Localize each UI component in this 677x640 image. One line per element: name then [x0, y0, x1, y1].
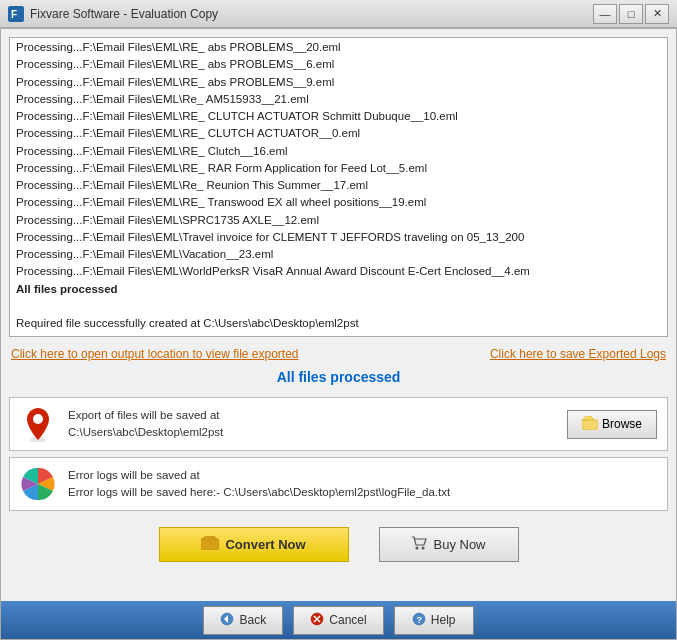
buy-now-label: Buy Now	[433, 537, 485, 552]
svg-point-8	[422, 547, 425, 550]
log-line: Processing...F:\Email Files\EML\Travel i…	[16, 229, 661, 246]
main-window: Processing...F:\Email Files\EML\RE_ abs …	[0, 28, 677, 640]
log-line: Processing...F:\Email Files\EML\RE_ abs …	[16, 39, 661, 56]
status-banner: All files processed	[1, 365, 676, 393]
convert-icon	[201, 536, 219, 553]
log-line: Processing...F:\Email Files\EML\WorldPer…	[16, 263, 661, 280]
export-path: C:\Users\abc\Desktop\eml2pst	[68, 424, 555, 441]
browse-label: Browse	[602, 417, 642, 431]
info-section: Export of files will be saved at C:\User…	[9, 397, 668, 511]
app-icon: F	[8, 6, 24, 22]
error-log-path: Error logs will be saved here:- C:\Users…	[68, 484, 657, 501]
cart-icon	[411, 536, 427, 553]
window-title: Fixvare Software - Evaluation Copy	[30, 7, 593, 21]
log-line: All files processed	[16, 281, 661, 298]
svg-point-7	[416, 547, 419, 550]
log-line: Processing...F:\Email Files\EML\Re_ Reun…	[16, 177, 661, 194]
svg-rect-6	[201, 539, 219, 550]
links-row: Click here to open output location to vi…	[1, 343, 676, 365]
action-row: Convert Now Buy Now	[1, 515, 676, 570]
window-controls: — □ ✕	[593, 4, 669, 24]
log-line: Processing...F:\Email Files\EML\Vacation…	[16, 246, 661, 263]
convert-now-button[interactable]: Convert Now	[159, 527, 349, 562]
back-label: Back	[239, 613, 266, 627]
log-line: Processing...F:\Email Files\EML\RE_ Tran…	[16, 194, 661, 211]
back-button[interactable]: Back	[203, 606, 283, 635]
title-bar: F Fixvare Software - Evaluation Copy — □…	[0, 0, 677, 28]
help-button[interactable]: ? Help	[394, 606, 474, 635]
log-area[interactable]: Processing...F:\Email Files\EML\RE_ abs …	[9, 37, 668, 337]
convert-now-label: Convert Now	[225, 537, 305, 552]
open-output-link[interactable]: Click here to open output location to vi…	[11, 347, 299, 361]
export-path-text: Export of files will be saved at C:\User…	[68, 407, 555, 442]
location-icon	[20, 406, 56, 442]
log-line: Processing...F:\Email Files\EML\RE_ abs …	[16, 56, 661, 73]
log-line: Processing...F:\Email Files\EML\RE_ Clut…	[16, 143, 661, 160]
export-path-row: Export of files will be saved at C:\User…	[9, 397, 668, 451]
log-line: Processing...F:\Email Files\EML\RE_ CLUT…	[16, 108, 661, 125]
log-line: Processing...F:\Email Files\EML\SPRC1735…	[16, 212, 661, 229]
log-line	[16, 298, 661, 315]
error-log-label: Error logs will be saved at	[68, 467, 657, 484]
svg-point-3	[33, 414, 43, 424]
help-label: Help	[431, 613, 456, 627]
maximize-button[interactable]: □	[619, 4, 643, 24]
svg-rect-4	[582, 420, 598, 430]
browse-button[interactable]: Browse	[567, 410, 657, 439]
save-logs-link[interactable]: Click here to save Exported Logs	[490, 347, 666, 361]
help-icon: ?	[412, 612, 426, 629]
error-log-text: Error logs will be saved at Error logs w…	[68, 467, 657, 502]
error-log-row: Error logs will be saved at Error logs w…	[9, 457, 668, 511]
log-line: Processing...F:\Email Files\EML\RE_ CLUT…	[16, 125, 661, 142]
close-button[interactable]: ✕	[645, 4, 669, 24]
log-line: Processing...F:\Email Files\EML\RE_ RAR …	[16, 160, 661, 177]
minimize-button[interactable]: —	[593, 4, 617, 24]
cancel-icon	[310, 612, 324, 629]
buy-now-button[interactable]: Buy Now	[379, 527, 519, 562]
cancel-button[interactable]: Cancel	[293, 606, 383, 635]
log-line: Required file successfully created at C:…	[16, 315, 661, 332]
back-icon	[220, 612, 234, 629]
cancel-label: Cancel	[329, 613, 366, 627]
svg-text:F: F	[11, 9, 17, 20]
svg-text:?: ?	[416, 615, 422, 625]
browse-icon	[582, 416, 598, 433]
nav-bar: Back Cancel ? Help	[1, 601, 676, 639]
export-label: Export of files will be saved at	[68, 407, 555, 424]
pie-chart-icon	[20, 466, 56, 502]
log-line: Processing...F:\Email Files\EML\Re_ AM51…	[16, 91, 661, 108]
log-line: Processing...F:\Email Files\EML\RE_ abs …	[16, 74, 661, 91]
